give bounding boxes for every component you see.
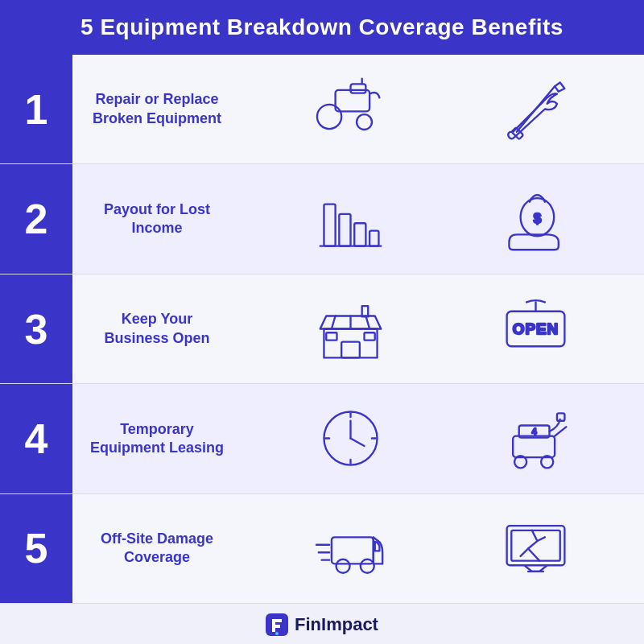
- storefront-icon: [312, 295, 389, 363]
- svg-point-1: [316, 105, 341, 129]
- icons-5: [242, 508, 644, 589]
- benefit-row-4: 4 Temporary Equipment Leasing: [0, 384, 644, 493]
- svg-line-29: [350, 439, 364, 446]
- svg-rect-34: [513, 436, 555, 457]
- svg-point-42: [336, 559, 349, 573]
- money-bag-icon: $: [497, 185, 574, 254]
- label-2: Payout for Lost Income: [72, 192, 242, 246]
- label-4: Temporary Equipment Leasing: [72, 412, 242, 466]
- svg-rect-11: [369, 230, 378, 246]
- icons-1: [242, 68, 644, 150]
- benefit-row-3: 3 Keep Your Business Open: [0, 275, 644, 384]
- number-5: 5: [0, 494, 72, 603]
- svg-line-19: [365, 316, 369, 328]
- footer: FinImpact: [0, 604, 644, 644]
- header: 5 Equipment Breakdown Coverage Benefits: [0, 0, 644, 55]
- svg-rect-22: [364, 332, 374, 340]
- svg-text:OPEN: OPEN: [512, 320, 558, 337]
- svg-rect-47: [506, 526, 564, 565]
- clock-icon: [312, 404, 389, 473]
- label-3: Keep Your Business Open: [72, 302, 242, 356]
- svg-point-51: [275, 632, 279, 635]
- number-1: 1: [0, 55, 72, 163]
- svg-rect-3: [350, 85, 365, 93]
- svg-point-2: [357, 114, 372, 130]
- benefit-row-5: 5 Off-Site Damage Coverage: [0, 494, 644, 604]
- number-4: 4: [0, 384, 72, 493]
- svg-rect-10: [354, 223, 365, 246]
- brand-name: FinImpact: [295, 614, 378, 635]
- tools-icon: [497, 75, 574, 143]
- number-2: 2: [0, 164, 72, 273]
- benefits-list: 1 Repair or Replace Broken Equipment: [0, 55, 644, 604]
- label-5: Off-Site Damage Coverage: [72, 522, 242, 576]
- svg-text:4: 4: [531, 427, 536, 436]
- icons-3: OPEN: [242, 288, 644, 369]
- truck-icon: [312, 514, 389, 583]
- benefit-row-1: 1 Repair or Replace Broken Equipment: [0, 55, 644, 164]
- svg-rect-21: [326, 332, 336, 340]
- number-3: 3: [0, 275, 72, 383]
- page-title: 5 Equipment Breakdown Coverage Benefits: [16, 14, 628, 40]
- benefit-row-2: 2 Payout for Lost Income: [0, 164, 644, 274]
- svg-rect-20: [341, 342, 360, 358]
- brand-logo: FinImpact: [266, 613, 378, 636]
- svg-point-43: [360, 559, 374, 573]
- broken-screen-icon: [497, 514, 574, 583]
- svg-rect-9: [339, 213, 350, 246]
- finimpact-logo-icon: [266, 613, 288, 636]
- svg-text:$: $: [533, 211, 541, 226]
- icons-4: 4: [242, 398, 644, 479]
- lease-equipment-icon: 4: [497, 404, 574, 473]
- icons-2: $: [242, 179, 644, 260]
- bar-chart-icon: [312, 185, 389, 254]
- svg-rect-8: [324, 204, 335, 246]
- label-1: Repair or Replace Broken Equipment: [72, 82, 242, 136]
- open-sign-icon: OPEN: [497, 295, 574, 363]
- svg-line-17: [331, 316, 335, 328]
- svg-line-40: [555, 427, 566, 436]
- road-roller-icon: [312, 75, 389, 143]
